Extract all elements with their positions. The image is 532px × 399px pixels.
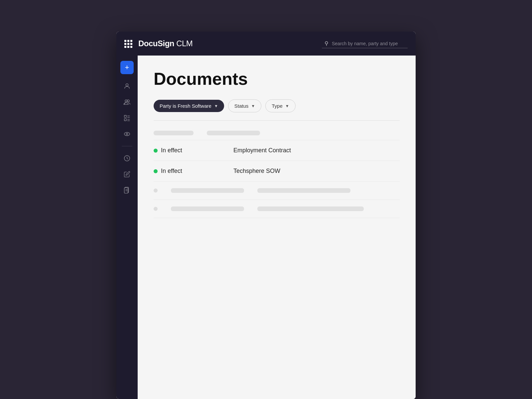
status-filter-label: Status: [234, 103, 249, 109]
table-row[interactable]: In effect Employment Contract: [154, 140, 400, 161]
status-filter-chevron: ▼: [251, 104, 255, 108]
skeleton-doc-row: [154, 200, 400, 218]
sidebar-item-eye[interactable]: [120, 127, 134, 141]
svg-point-0: [126, 84, 128, 86]
svg-point-10: [126, 133, 128, 135]
sidebar-item-documents[interactable]: [120, 184, 134, 197]
svg-point-9: [124, 132, 130, 136]
document-name: Techsphere SOW: [233, 168, 400, 175]
skeleton-col2: [207, 131, 260, 135]
status-label: In effect: [161, 147, 182, 154]
sidebar: +: [116, 56, 138, 399]
sidebar-item-layout[interactable]: [120, 111, 134, 125]
add-button[interactable]: +: [120, 61, 134, 74]
skeleton-status: [171, 188, 244, 193]
status-dot: [154, 169, 158, 173]
app-window: DocuSign CLM ⚲ +: [116, 32, 416, 399]
type-filter-label: Type: [272, 103, 283, 109]
sidebar-item-person[interactable]: [120, 79, 134, 93]
status-filter-chip[interactable]: Status ▼: [228, 99, 261, 112]
app-logo: DocuSign CLM: [138, 39, 193, 48]
skeleton-dot: [154, 207, 158, 211]
table-top-divider: [154, 120, 400, 121]
plus-icon: +: [125, 64, 129, 71]
sidebar-divider: [122, 146, 132, 146]
svg-rect-3: [124, 115, 126, 117]
party-filter-label: Party is Fresh Software: [160, 103, 211, 109]
search-icon: ⚲: [325, 40, 329, 47]
main-content: Documents Party is Fresh Software ▼ Stat…: [138, 56, 416, 399]
status-column: In effect: [154, 147, 220, 154]
skeleton-name: [257, 188, 350, 193]
party-filter-chevron: ▼: [214, 104, 218, 108]
sidebar-item-clock[interactable]: [120, 152, 134, 165]
navbar: DocuSign CLM ⚲: [116, 32, 416, 56]
documents-table: In effect Employment Contract In effect …: [154, 120, 400, 218]
svg-rect-13: [124, 188, 128, 194]
document-name: Employment Contract: [233, 147, 400, 154]
type-filter-chevron: ▼: [285, 104, 289, 108]
outer-background: DocuSign CLM ⚲ +: [0, 0, 532, 399]
sidebar-item-edit[interactable]: [120, 168, 134, 181]
svg-point-2: [127, 100, 129, 102]
status-column: In effect: [154, 168, 220, 175]
type-filter-chip[interactable]: Type ▼: [265, 99, 295, 112]
svg-rect-6: [124, 119, 126, 121]
logo-clm: CLM: [174, 39, 193, 48]
skeleton-header-row: [154, 126, 400, 140]
body-area: +: [116, 56, 416, 399]
search-input[interactable]: [332, 41, 405, 46]
party-filter-chip[interactable]: Party is Fresh Software ▼: [154, 100, 224, 112]
skeleton-dot: [154, 189, 158, 193]
filter-bar: Party is Fresh Software ▼ Status ▼ Type …: [154, 99, 400, 112]
svg-point-1: [125, 100, 127, 102]
skeleton-doc-row: [154, 182, 400, 200]
logo-docusign: DocuSign: [138, 39, 174, 48]
grid-menu-icon[interactable]: [124, 40, 132, 47]
page-title: Documents: [154, 69, 400, 89]
sidebar-item-group[interactable]: [120, 95, 134, 109]
status-dot: [154, 149, 158, 153]
skeleton-col1: [154, 131, 194, 135]
status-label: In effect: [161, 168, 182, 175]
skeleton-status: [171, 206, 244, 211]
skeleton-name: [257, 206, 364, 211]
table-row[interactable]: In effect Techsphere SOW: [154, 161, 400, 182]
search-bar[interactable]: ⚲: [322, 39, 408, 48]
